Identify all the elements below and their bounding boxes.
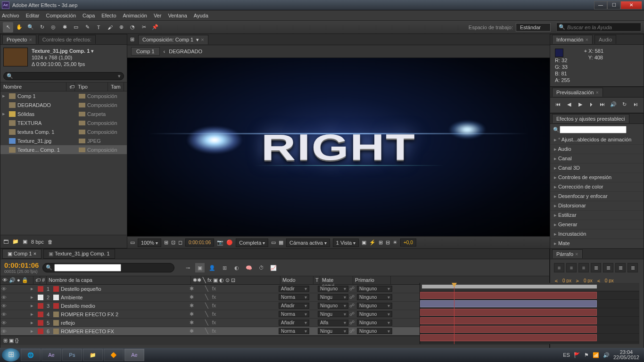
- effects-search[interactable]: 🔍: [553, 126, 641, 133]
- bpc-button[interactable]: 8 bpc: [31, 239, 44, 245]
- timeline-tab-comp1[interactable]: ▣ Comp 1 ×: [2, 249, 41, 259]
- resolution-select[interactable]: Completa ▾: [236, 239, 268, 247]
- fast-preview-icon[interactable]: ⚡: [369, 239, 376, 246]
- help-search[interactable]: 🔍: [556, 23, 641, 32]
- menu-composicion[interactable]: Composición: [46, 13, 76, 18]
- taskbar-ae[interactable]: Ae: [41, 349, 61, 361]
- snapshot-icon[interactable]: 📷: [217, 239, 223, 246]
- exposure-value[interactable]: +0,0: [400, 239, 416, 247]
- label-icon[interactable]: 🏷: [66, 82, 75, 91]
- hand-tool-icon[interactable]: ✋: [14, 22, 25, 33]
- timeline-tab-texture[interactable]: ▣ Texture_31.jpg Comp. 1: [43, 249, 115, 259]
- justify-right-icon[interactable]: ≣: [615, 263, 626, 272]
- playhead[interactable]: [454, 283, 454, 344]
- justify-all-icon[interactable]: ≣: [627, 263, 638, 272]
- ram-preview-icon[interactable]: ⏯: [632, 101, 640, 109]
- viewer-tab[interactable]: Composición: Comp 1 ▾×: [138, 35, 208, 44]
- effect-category[interactable]: Audio: [550, 145, 644, 154]
- timeline-icon[interactable]: ⊞: [379, 239, 383, 246]
- last-frame-icon[interactable]: ⏭: [598, 101, 607, 109]
- lang-indicator[interactable]: ES: [563, 352, 570, 358]
- tray-action-icon[interactable]: ⚑: [584, 352, 589, 358]
- tray-network-icon[interactable]: 📶: [593, 352, 599, 358]
- crumb-comp1[interactable]: Comp 1: [131, 47, 160, 56]
- tab-efectos[interactable]: Efectos y ajustes preestableci: [552, 114, 629, 123]
- rotate-tool-icon[interactable]: ↻: [37, 22, 47, 33]
- menu-archivo[interactable]: Archivo: [2, 13, 19, 18]
- crumb-degradado[interactable]: DEGRADADO: [169, 49, 202, 54]
- tab-proyecto[interactable]: Proyecto×: [2, 35, 36, 44]
- maximize-button[interactable]: ☐: [607, 1, 620, 9]
- effect-category[interactable]: Mate: [550, 239, 644, 248]
- project-item[interactable]: Texture_31.jpgJPEG: [0, 136, 127, 145]
- shy-icon[interactable]: 👤: [207, 263, 217, 272]
- reset-exposure-icon[interactable]: ☀: [393, 239, 397, 246]
- viewer-timecode[interactable]: 0:00:01:06: [185, 239, 214, 247]
- tab-controles-efectos[interactable]: Controles de efectos:: [38, 35, 96, 44]
- effect-category[interactable]: Generar: [550, 220, 644, 230]
- project-item[interactable]: ▸SólidasCarpeta: [0, 109, 127, 118]
- pixel-aspect-icon[interactable]: ▣: [362, 239, 366, 246]
- frame-blend-icon[interactable]: ⊞: [220, 263, 229, 272]
- loop-icon[interactable]: ↻: [620, 101, 629, 109]
- taskbar-ae-active[interactable]: Ae: [124, 349, 144, 361]
- toggle-switches-icon[interactable]: ⊞ ▣ {}: [3, 337, 18, 344]
- comp-mini-flowchart-icon[interactable]: ⊸: [183, 263, 192, 272]
- puppet-tool-icon[interactable]: 📌: [150, 22, 160, 33]
- text-tool-icon[interactable]: T: [93, 22, 104, 33]
- menu-efecto[interactable]: Efecto: [101, 13, 116, 18]
- audio-icon[interactable]: 🔊: [610, 101, 618, 109]
- shape-tool-icon[interactable]: ▭: [71, 22, 81, 33]
- stamp-tool-icon[interactable]: ⊕: [116, 22, 126, 33]
- align-left-icon[interactable]: ≡: [554, 263, 564, 272]
- interpret-icon[interactable]: 🗔: [3, 239, 8, 245]
- tab-informacion[interactable]: Información×: [552, 35, 593, 44]
- effect-category[interactable]: Canal: [550, 154, 644, 164]
- project-item[interactable]: TEXTURAComposición: [0, 118, 127, 127]
- zoom-select[interactable]: 100% ▾: [138, 239, 161, 247]
- comp-flowchart-icon[interactable]: ⊟: [386, 239, 390, 246]
- roi-icon[interactable]: ▭: [271, 239, 276, 246]
- timeline-search-input[interactable]: [54, 264, 121, 272]
- project-item[interactable]: DEGRADADOComposición: [0, 100, 127, 109]
- taskbar-ps[interactable]: Ps: [62, 349, 82, 361]
- project-search[interactable]: 🔍▾: [3, 72, 124, 80]
- folder-icon[interactable]: 📁: [12, 239, 19, 245]
- graph-editor-icon[interactable]: 📈: [269, 263, 278, 272]
- justify-left-icon[interactable]: ≣: [591, 263, 601, 272]
- effects-search-input[interactable]: [560, 126, 627, 133]
- project-item[interactable]: Texture... Comp. 1Composición: [0, 145, 127, 154]
- start-button[interactable]: ⊞: [2, 348, 20, 362]
- effect-category[interactable]: Incrustación: [550, 230, 644, 239]
- project-item[interactable]: ▸Comp 1Composición: [0, 91, 127, 100]
- effect-category[interactable]: Ajust...ablecidos de animación: [550, 135, 644, 145]
- anchor-tool-icon[interactable]: ✱: [59, 22, 70, 33]
- eraser-tool-icon[interactable]: ◔: [127, 22, 138, 33]
- menu-ventana[interactable]: Ventana: [168, 13, 187, 18]
- justify-center-icon[interactable]: ≣: [603, 263, 613, 272]
- tab-previsualizacion[interactable]: Previsualización×: [552, 88, 603, 97]
- mask-icon[interactable]: ◻: [178, 239, 182, 246]
- menu-animacion[interactable]: Animación: [123, 13, 147, 18]
- effect-category[interactable]: Controles de expresión: [550, 173, 644, 182]
- guides-icon[interactable]: ⊡: [171, 239, 175, 246]
- project-search-input[interactable]: [15, 74, 116, 79]
- close-button[interactable]: ✕: [620, 1, 642, 9]
- effect-category[interactable]: Corrección de color: [550, 182, 644, 192]
- trash-icon[interactable]: 🗑: [48, 239, 53, 245]
- workspace-select[interactable]: Estándar: [516, 23, 551, 32]
- tray-flag-icon[interactable]: 🚩: [574, 352, 580, 358]
- camera-select[interactable]: Cámara activa ▾: [286, 239, 330, 247]
- autokey-icon[interactable]: ⏱: [256, 263, 266, 272]
- first-frame-icon[interactable]: ⏮: [554, 101, 562, 109]
- align-center-icon[interactable]: ≡: [566, 263, 577, 272]
- camera-tool-icon[interactable]: ◎: [48, 22, 58, 33]
- minimize-button[interactable]: —: [594, 1, 607, 9]
- effect-category[interactable]: Desenfocar y enfocar: [550, 192, 644, 201]
- effect-category[interactable]: Canal 3D: [550, 164, 644, 173]
- roto-tool-icon[interactable]: ✂: [139, 22, 149, 33]
- tray-volume-icon[interactable]: 🔊: [603, 352, 610, 358]
- brush-tool-icon[interactable]: 🖌: [105, 22, 115, 33]
- timeline-tracks[interactable]: :00s 01s 02s 03s 04s: [420, 283, 639, 344]
- align-right-icon[interactable]: ≡: [578, 263, 589, 272]
